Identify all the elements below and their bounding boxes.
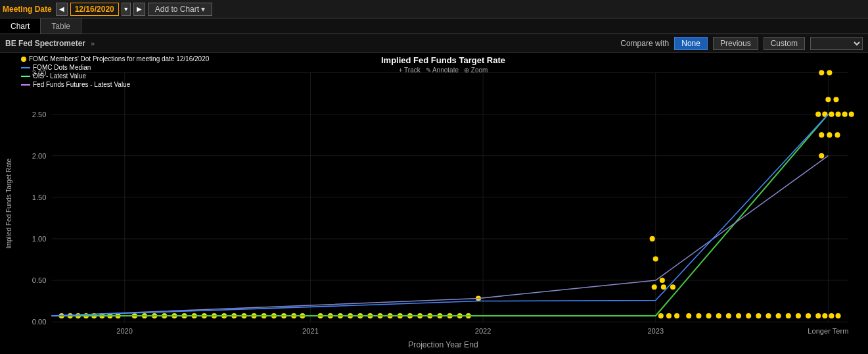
svg-point-81 — [726, 313, 731, 318]
svg-point-97 — [836, 112, 841, 117]
toolbar: Meeting Date ◀ 12/16/2020 ▼ ▶ Add to Cha… — [0, 0, 868, 18]
svg-text:1.50: 1.50 — [32, 193, 47, 201]
svg-point-69 — [666, 313, 672, 318]
svg-point-77 — [686, 313, 691, 318]
legend-item-futures: Fed Funds Futures - Latest Value — [21, 81, 209, 88]
svg-point-101 — [819, 70, 824, 75]
legend-label-fomc: FOMC Members' Dot Projections for meetin… — [29, 55, 209, 63]
svg-point-76 — [660, 278, 665, 283]
svg-point-94 — [815, 112, 821, 117]
expand-icon[interactable]: » — [91, 39, 95, 47]
svg-text:2.00: 2.00 — [32, 152, 47, 160]
svg-point-93 — [836, 313, 841, 318]
svg-point-105 — [834, 132, 840, 138]
y-axis-label: Implied Fed Funds Target Rate — [6, 158, 13, 248]
svg-point-83 — [746, 313, 751, 318]
zoom-tool[interactable]: ⊕ Zoom — [464, 66, 488, 74]
date-dropdown-button[interactable]: ▼ — [122, 3, 131, 16]
tab-chart[interactable]: Chart — [0, 18, 41, 34]
chart-svg: 3.00 2.50 2.00 1.50 1.00 0.50 0.00 2020 … — [18, 53, 868, 354]
svg-point-78 — [696, 313, 701, 318]
svg-text:2022: 2022 — [475, 327, 491, 335]
legend-line-median — [21, 67, 30, 68]
svg-text:2020: 2020 — [116, 327, 133, 335]
chart-inner: FOMC Members' Dot Projections for meetin… — [18, 53, 868, 354]
date-display: 12/16/2020 — [70, 3, 119, 16]
legend-label-ois: OIS - Latest Value — [33, 72, 86, 80]
svg-point-72 — [661, 284, 666, 290]
svg-point-107 — [833, 97, 838, 102]
svg-point-82 — [736, 313, 741, 318]
svg-point-74 — [653, 256, 658, 261]
svg-point-88 — [796, 313, 801, 318]
chart-tools: + Track ✎ Annotate ⊕ Zoom — [381, 66, 505, 74]
svg-point-98 — [842, 112, 848, 117]
svg-point-103 — [819, 132, 824, 138]
svg-point-91 — [822, 313, 827, 318]
svg-text:2.50: 2.50 — [32, 111, 47, 118]
track-tool[interactable]: + Track — [399, 66, 421, 74]
chart-title-area: Implied Fed Funds Target Rate + Track ✎ … — [381, 55, 505, 74]
annotate-tool[interactable]: ✎ Annotate — [426, 66, 459, 74]
legend-label-futures: Fed Funds Futures - Latest Value — [33, 81, 130, 88]
legend-item-dots: FOMC Members' Dot Projections for meetin… — [21, 55, 209, 63]
svg-point-87 — [786, 313, 791, 318]
legend-dot-fomc — [21, 57, 26, 62]
svg-point-89 — [806, 313, 811, 318]
svg-point-70 — [674, 313, 679, 318]
svg-text:0.00: 0.00 — [32, 318, 47, 326]
compare-with-label: Compare with — [620, 39, 669, 48]
tab-table[interactable]: Table — [41, 18, 81, 34]
svg-text:Longer Term: Longer Term — [808, 327, 848, 335]
svg-point-90 — [815, 313, 821, 318]
svg-point-75 — [650, 236, 655, 241]
svg-point-100 — [819, 153, 824, 159]
svg-point-68 — [658, 313, 664, 318]
svg-text:2023: 2023 — [647, 327, 664, 335]
spectrometer-title: BE Fed Spectrometer — [5, 39, 85, 48]
svg-point-96 — [829, 112, 834, 117]
chart-title: Implied Fed Funds Target Rate — [381, 55, 505, 65]
svg-text:Projection Year End: Projection Year End — [408, 340, 478, 349]
svg-point-92 — [829, 313, 834, 318]
svg-point-99 — [849, 112, 854, 117]
svg-point-71 — [652, 284, 657, 290]
custom-select-dropdown[interactable] — [810, 37, 863, 50]
legend: FOMC Members' Dot Projections for meetin… — [21, 55, 209, 89]
compare-custom-button[interactable]: Custom — [764, 37, 805, 50]
prev-date-button[interactable]: ◀ — [56, 3, 68, 16]
legend-item-median: FOMC Dots Median — [21, 64, 209, 71]
svg-point-102 — [827, 70, 832, 75]
add-to-chart-button[interactable]: Add to Chart ▾ — [148, 3, 213, 16]
compare-none-button[interactable]: None — [674, 37, 708, 50]
svg-point-79 — [706, 313, 712, 318]
next-date-button[interactable]: ▶ — [133, 3, 145, 16]
svg-point-84 — [756, 313, 761, 318]
legend-line-ois — [21, 76, 30, 77]
meeting-date-label: Meeting Date — [3, 5, 52, 14]
svg-point-80 — [716, 313, 721, 318]
y-axis-label-container: Implied Fed Funds Target Rate — [0, 53, 18, 354]
svg-point-85 — [765, 313, 771, 318]
legend-item-ois: OIS - Latest Value — [21, 72, 209, 80]
svg-point-106 — [825, 97, 831, 102]
tab-row: Chart Table — [0, 18, 868, 34]
svg-point-73 — [670, 284, 675, 290]
svg-text:2021: 2021 — [302, 327, 319, 335]
compare-previous-button[interactable]: Previous — [713, 37, 758, 50]
svg-point-86 — [776, 313, 781, 318]
legend-line-futures — [21, 84, 30, 86]
svg-point-104 — [827, 132, 832, 138]
legend-label-median: FOMC Dots Median — [33, 64, 91, 71]
svg-text:1.00: 1.00 — [32, 235, 47, 243]
svg-text:0.50: 0.50 — [32, 276, 47, 284]
chart-header: BE Fed Spectrometer » Compare with None … — [0, 34, 868, 53]
chart-container: Implied Fed Funds Target Rate FOMC Membe… — [0, 53, 868, 354]
